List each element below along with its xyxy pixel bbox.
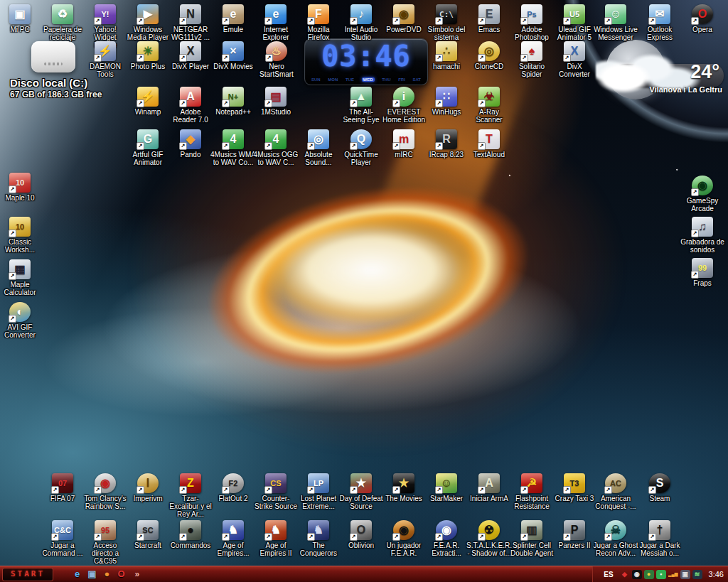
desktop-icon-the-movies[interactable]: ★ ↗ The Movies: [381, 473, 427, 502]
desktop-icon-quicktime-player[interactable]: Q ↗ QuickTime Player: [338, 129, 384, 166]
desktop-icon-4musics-wma-to-wav-co[interactable]: 4 ↗ 4Musics WMA to WAV Co...: [210, 129, 256, 166]
desktop-icon-grabadora-de-sonidos[interactable]: ♫ ↗ Grabadora de sonidos: [680, 217, 725, 254]
desktop-icon-maple-calculator[interactable]: ▦ ↗ Maple Calculator: [0, 259, 43, 296]
removable-device-tray-icon[interactable]: ▣: [680, 570, 690, 579]
desktop-icon-winhugs[interactable]: ∷ ↗ WinHugs: [424, 87, 469, 116]
desktop-icon-fraps[interactable]: 99 ↗ Fraps: [680, 258, 725, 287]
desktop-icon-divx-converter[interactable]: X ↗ DivX Converter: [552, 41, 597, 78]
local-disk-icon[interactable]: [31, 41, 75, 72]
show-desktop-icon[interactable]: ▣: [87, 568, 96, 580]
desktop-icon-clonecd[interactable]: ◎ ↗ CloneCD: [466, 41, 512, 70]
desktop-icon-absolute-sound[interactable]: ◎ ↗ Absolute Sound...: [296, 129, 341, 166]
desktop-icon-iniciar-arma[interactable]: A ↗ Iniciar ArmA: [466, 473, 512, 502]
desktop-icon-divx-movies[interactable]: × ↗ DivX Movies: [210, 41, 256, 70]
desktop-icon-tzar-excalibur-y-el-rey-ar[interactable]: Z ↗ Tzar-Excalibur y el Rey Ar...: [168, 473, 213, 518]
desktop-icon-jugar-a-dark-messiah-o[interactable]: † ↗ Jugar a Dark Messiah o...: [637, 520, 682, 557]
desktop-icon-papelera-de-reciclaje[interactable]: ♻ ↗ Papelera de reciclaje: [40, 4, 85, 41]
hamachi-tray-icon[interactable]: ▪: [656, 570, 666, 579]
desktop-icon-starcraft[interactable]: SC ↗ Starcraft: [125, 520, 171, 549]
desktop-icon-windows-live-messenger[interactable]: ☺ ↗ Windows Live Messenger: [593, 4, 638, 41]
desktop-icon-pando[interactable]: ◆ ↗ Pando: [168, 129, 213, 158]
desktop-icon-oblivion[interactable]: O ↗ Oblivion: [338, 520, 384, 549]
desktop-icon-steam[interactable]: S ↗ Steam: [637, 473, 682, 502]
desktop-icon-starmaker[interactable]: ☺ ↗ StarMaker: [424, 473, 469, 502]
desktop-icon-mozilla-firefox[interactable]: F ↗ Mozilla Firefox: [296, 4, 341, 41]
desktop-icon-maple-10[interactable]: 10 ↗ Maple 10: [0, 173, 43, 202]
desktop-icon-hamachi[interactable]: ∴ ↗ hamachi: [424, 41, 469, 70]
desktop-icon-notepad[interactable]: N+ ↗ Notepad++: [210, 87, 256, 116]
desktop-icon-flashpoint-resistance[interactable]: ☭ ↗ Flashpoint Resistance: [509, 473, 555, 510]
ball-tray-icon[interactable]: ●: [644, 570, 654, 579]
desktop-icon-emule[interactable]: e ↗ Emule: [210, 4, 256, 33]
taskbar-clock[interactable]: 3:46: [709, 570, 724, 578]
mozilla-firefox-icon[interactable]: ●: [105, 568, 110, 580]
desktop-icon-counter-strike-source[interactable]: CS ↗ Counter-Strike Source: [253, 473, 299, 510]
desktop-icon-the-all-seeing-eye[interactable]: ▲ ↗ The All-Seeing Eye: [338, 87, 384, 124]
icon-glyph-box: ◎ ↗: [308, 129, 329, 149]
desktop-icon-american-conquest[interactable]: AC ↗ American Conquest -...: [593, 473, 638, 510]
desktop-icon-tom-clancy-s-rainbow-s[interactable]: ◉ ↗ Tom Clancy's Rainbow S...: [82, 473, 128, 510]
desktop-icon-outlook-express[interactable]: ✉ ↗ Outlook Express: [637, 4, 682, 41]
desktop-icon-commandos[interactable]: ● ↗ Commandos: [168, 520, 213, 549]
desktop-icon-opera[interactable]: O ↗ Opera: [680, 4, 725, 33]
desktop-icon-internet-explorer[interactable]: e ↗ Internet Explorer: [253, 4, 299, 41]
internet-explorer-icon[interactable]: e: [75, 568, 80, 580]
desktop-icon-s-mbolo-del-sistema[interactable]: C:\ ↗ Símbolo del sistema: [424, 4, 469, 41]
desktop-icon-imperivm[interactable]: I ↗ Imperivm: [125, 473, 171, 502]
desktop-icon-splinter-cell-double-agent[interactable]: ▥ ↗ Splinter Cell Double Agent: [509, 520, 555, 557]
clock-widget[interactable]: 03:46 SUNMONTUEWEDTHUFRISAT: [304, 38, 428, 85]
signal-bars-tray-icon[interactable]: ▂▄▆: [668, 570, 678, 579]
desktop-icon-jugar-a-ghost-recon-adv[interactable]: ☠ ↗ Jugar a Ghost Recon Adv...: [593, 520, 638, 557]
desktop-icon-panzers-ii[interactable]: P ↗ Panzers II: [552, 520, 597, 549]
desktop-icon-flatout-2[interactable]: F2 ↗ FlatOut 2: [210, 473, 256, 502]
steam-tray-icon[interactable]: ◉: [632, 570, 642, 579]
desktop-icon-nero-startsmart[interactable]: ♨ ↗ Nero StartSmart: [254, 41, 299, 78]
shortcut-arrow-icon: ↗: [648, 533, 656, 541]
start-button[interactable]: START: [2, 568, 53, 581]
desktop-icon-windows-media-player[interactable]: ▶ ↗ Windows Media Player: [125, 4, 171, 41]
desktop-icon-lost-planet-extreme[interactable]: LP ↗ Lost Planet Extreme...: [296, 473, 341, 510]
desktop-icon-emacs[interactable]: E ↗ Emacs: [466, 4, 512, 33]
icon-glyph-box: SC ↗: [137, 520, 159, 540]
desktop-icon-un-jugador-f-e-a-r[interactable]: ◉ ↗ Un jugador F.E.A.R.: [381, 520, 427, 557]
weather-widget[interactable]: 24° Vilanova i La Geltru: [596, 36, 728, 98]
desktop-icon-day-of-defeat-source[interactable]: ★ ↗ Day of Defeat Source: [338, 473, 384, 510]
desktop-icon-winamp[interactable]: ⚡ ↗ Winamp: [125, 87, 171, 116]
quick-launch-overflow-chevron[interactable]: »: [135, 569, 140, 579]
wireless-network-tray-icon[interactable]: ≋: [692, 570, 702, 579]
desktop-icon-acceso-directo-a-c-c95[interactable]: 95 ↗ Acceso directo a C&C95: [82, 520, 128, 565]
desktop-icon-photo-plus[interactable]: ☀ ↗ Photo Plus: [125, 41, 171, 70]
launcher-tray-icon[interactable]: ◆: [620, 570, 630, 579]
desktop-icon-powerdvd[interactable]: ◉ ↗ PowerDVD: [381, 4, 427, 33]
desktop-icon-divx-player[interactable]: X ↗ DivX Player: [168, 41, 213, 70]
desktop-icon-everest-home-edition[interactable]: i ↗ EVEREST Home Edition: [381, 87, 427, 124]
desktop-icon-1mstudio[interactable]: ▤ ↗ 1MStudio: [253, 87, 299, 116]
desktop-icon-age-of-empires-ii[interactable]: ♞ ↗ Age of Empires II: [253, 520, 299, 557]
icon-label: Un jugador F.E.A.R.: [381, 541, 427, 557]
desktop-icon-fifa-07[interactable]: 07 ↗ FIFA 07: [40, 473, 85, 502]
desktop-icon-solitario-spider[interactable]: ♠ ↗ Solitario Spider: [509, 41, 555, 78]
desktop-icon-the-conquerors[interactable]: ♞ ↗ The Conquerors: [296, 520, 341, 557]
language-indicator[interactable]: ES: [600, 570, 616, 579]
desktop-icon-classic-worksh[interactable]: 10 ↗ Classic Worksh...: [0, 217, 43, 254]
desktop-icon-daemon-tools[interactable]: ⚡ ↗ DAEMON Tools: [82, 41, 128, 78]
desktop-icon-jugar-a-command[interactable]: C&C ↗ Jugar a Command ...: [40, 520, 85, 557]
opera-icon[interactable]: O: [117, 568, 124, 580]
desktop-icon-textaloud[interactable]: T ↗ TextAloud: [466, 129, 512, 158]
desktop-icon-gamespy-arcade[interactable]: ◉ ↗ GameSpy Arcade: [680, 176, 725, 212]
desktop-icon-a-ray-scanner[interactable]: ☣ ↗ A-Ray Scanner: [466, 87, 512, 124]
desktop-icon-mi-pc[interactable]: ▣ ↗ Mi PC: [0, 4, 43, 33]
desktop-icon-avi-gif-converter[interactable]: ◐ ↗ AVI GIF Converter: [0, 302, 43, 339]
desktop-icon-crazy-taxi-3[interactable]: T3 ↗ Crazy Taxi 3: [552, 473, 597, 502]
desktop-icon-artful-gif-animator[interactable]: G ↗ Artful GIF Animator: [125, 129, 171, 166]
desktop-icon-age-of-empires[interactable]: ♞ ↗ Age of Empires...: [210, 520, 256, 557]
desktop-icon-ulead-gif-animator-5[interactable]: U5 ↗ Ulead GIF Animator 5: [552, 4, 597, 41]
desktop-icon-netgear-wg111v2[interactable]: N ↗ NETGEAR WG111v2 ...: [168, 4, 213, 41]
desktop-icon-intel-audio-studio[interactable]: ♪ ↗ Intel Audio Studio: [338, 4, 384, 41]
desktop-icon-s-t-a-l-k-e-r-shadow-of[interactable]: ☢ ↗ S.T.A.L.K.E.R. - Shadow of...: [466, 520, 512, 557]
desktop-icon-f-e-a-r-extracti[interactable]: ◉ ↗ F.E.A.R. Extracti...: [424, 520, 469, 557]
desktop-icon-mirc[interactable]: m ↗ mIRC: [381, 129, 427, 158]
desktop-icon-adobe-reader-7-0[interactable]: A ↗ Adobe Reader 7.0: [168, 87, 213, 124]
desktop-icon-4musics-ogg-to-wav-c[interactable]: 4 ↗ 4Musics OGG to WAV C...: [253, 129, 299, 166]
desktop-icon-ircap-8-23[interactable]: R ↗ IRcap 8.23: [424, 129, 469, 158]
